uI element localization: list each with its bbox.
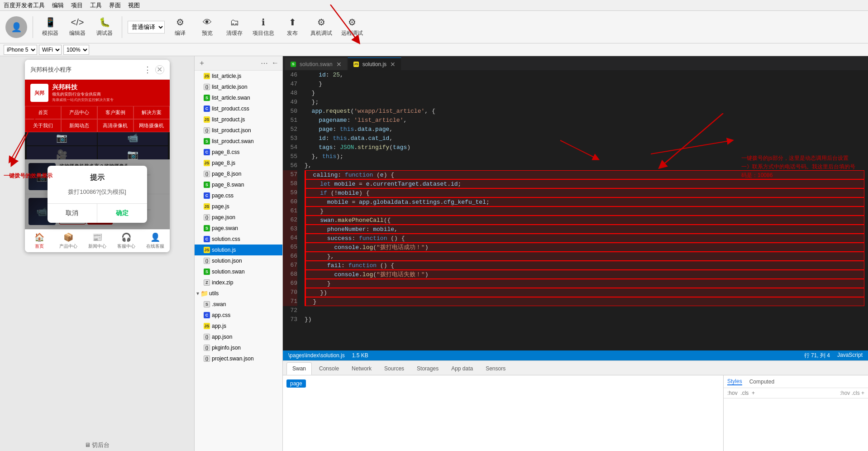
realtest-button[interactable]: ⚙ 真机调试	[308, 13, 335, 42]
tab-solution-js[interactable]: JS solution.js ✕	[348, 58, 401, 70]
menu-project[interactable]: 项目	[71, 1, 83, 10]
nav-cases[interactable]: 客户案例	[97, 106, 134, 119]
devtools-tab-sources[interactable]: Sources	[379, 362, 410, 375]
nav-products[interactable]: 产品中心	[61, 106, 97, 119]
file-item-solution-js[interactable]: JS solution.js	[195, 245, 282, 255]
file-item-pkginfo-json[interactable]: {} pkginfo.json	[195, 342, 282, 353]
main-area: 兴邦科技小程序 ⋮ ✕ 兴邦 兴邦科技 领先的安防行业专业供应商 海康威视一站式…	[0, 56, 868, 451]
devtools-tab-storages[interactable]: Storages	[411, 362, 444, 375]
file-item-page-swan[interactable]: S page.swan	[195, 223, 282, 234]
file-item-app-js[interactable]: JS app.js	[195, 321, 282, 331]
file-item-swan[interactable]: S .swan	[195, 299, 282, 310]
file-item-project-swan-json[interactable]: {} project.swan.json	[195, 353, 282, 364]
nav-home[interactable]: 首页	[25, 106, 61, 119]
devtools-page-item[interactable]: page	[286, 379, 306, 388]
line-num-57: 57	[283, 170, 297, 179]
file-item-list-article-json[interactable]: {} list_article.json	[195, 82, 282, 92]
file-item-solution-css[interactable]: C solution.css	[195, 234, 282, 245]
devtools-panel: Swan Console Network Sources Storages Ap…	[283, 360, 868, 451]
nav-news[interactable]: 新闻动态	[61, 119, 97, 132]
file-item-utils-folder[interactable]: 📁 utils	[195, 288, 282, 299]
menu-tools[interactable]: 工具	[90, 1, 102, 10]
code-line-73: })	[305, 315, 864, 324]
code-area[interactable]: 46 47 48 49 50 51 52 53 54 55 56 57 58 5…	[283, 71, 868, 350]
menu-view[interactable]: 视图	[128, 1, 140, 10]
compile-select[interactable]: 普通编译	[128, 21, 165, 34]
menu-interface[interactable]: 界面	[109, 1, 121, 10]
file-item-list-article-js[interactable]: JS list_article.js	[195, 71, 282, 82]
file-item-solution-json[interactable]: {} solution.json	[195, 255, 282, 266]
file-name: page.js	[212, 203, 229, 210]
devtools-tab-console[interactable]: Console	[314, 362, 344, 375]
file-item-page-css[interactable]: C page.css	[195, 190, 282, 201]
tab-solution-swan[interactable]: S solution.swan ✕	[285, 58, 348, 70]
json-icon: {}	[204, 258, 210, 264]
file-item-page8-json[interactable]: {} page_8.json	[195, 168, 282, 179]
bottom-nav-home[interactable]: 🏠 首页	[25, 230, 54, 252]
js-icon: JS	[204, 73, 210, 79]
file-item-page8-css[interactable]: C page_8.css	[195, 147, 282, 158]
file-tree-add-icon[interactable]: ＋	[198, 58, 205, 68]
code-content[interactable]: id: 25, } } }; app.request('wxapp/list_a…	[301, 71, 868, 350]
avatar[interactable]: 👤	[5, 16, 27, 38]
compile-button[interactable]: ⚙ 编译	[168, 13, 192, 42]
file-item-list-product-swan[interactable]: S list_product.swan	[195, 136, 282, 147]
json-icon: {}	[204, 171, 210, 177]
nav-recorder[interactable]: 高清录像机	[97, 119, 134, 132]
bottom-nav-news[interactable]: 📰 新闻中心	[83, 230, 112, 252]
file-item-page-js[interactable]: JS page.js	[195, 201, 282, 212]
network-select[interactable]: WiFi	[39, 45, 62, 55]
bottom-nav-service[interactable]: 🎧 客服中心	[112, 230, 141, 252]
menu-edit[interactable]: 编辑	[52, 1, 64, 10]
file-item-list-product-json[interactable]: {} list_product.json	[195, 125, 282, 136]
file-item-list-product-js[interactable]: JS list_product.js	[195, 114, 282, 125]
devtools-tab-sensors[interactable]: Sensors	[480, 362, 511, 375]
projectinfo-button[interactable]: ℹ 项目信息	[250, 13, 277, 42]
phone-menu-icon[interactable]: ⋮	[143, 65, 152, 75]
debugger-button[interactable]: 🐛 调试器	[93, 13, 116, 42]
styles-tab-computed[interactable]: Computed	[749, 379, 774, 385]
preview-button[interactable]: 👁 预览	[196, 13, 219, 42]
dialog-cancel-button[interactable]: 取消	[48, 204, 98, 223]
devtools-tabs: Swan Console Network Sources Storages Ap…	[283, 361, 868, 375]
file-tree-more-icon[interactable]: ⋯	[261, 59, 268, 67]
file-item-index-zip[interactable]: Z index.zip	[195, 277, 282, 288]
phone-close-icon[interactable]: ✕	[155, 65, 164, 74]
zoom-select[interactable]: 100%	[63, 45, 89, 55]
switch-to-backend[interactable]: 🖥 切后台	[0, 441, 194, 449]
file-item-app-css[interactable]: C app.css	[195, 310, 282, 321]
styles-tab-styles[interactable]: Styles	[727, 378, 742, 385]
clearstorage-button[interactable]: 🗂 清缓存	[223, 13, 246, 42]
line-num-48: 48	[283, 89, 297, 98]
nav-about[interactable]: 关于我们	[25, 119, 61, 132]
publish-button[interactable]: ⬆ 发布	[281, 13, 304, 42]
simulator-button[interactable]: 📱 模拟器	[38, 13, 62, 42]
file-item-page-json[interactable]: {} page.json	[195, 212, 282, 223]
toolbar: 👤 📱 模拟器 </> 编辑器 🐛 调试器 普通编译 ⚙ 编译 👁 预览 🗂 清…	[0, 11, 868, 43]
bottom-nav-products[interactable]: 📦 产品中心	[54, 230, 83, 252]
dialog-confirm-button[interactable]: 确定	[97, 204, 147, 223]
code-line-71: }	[305, 297, 864, 306]
file-item-list-article-swan[interactable]: S list_article.swan	[195, 92, 282, 103]
file-item-list-product-css[interactable]: C list_product.css	[195, 103, 282, 114]
line-num-71: 71	[283, 297, 297, 306]
line-num-60: 60	[283, 197, 297, 206]
file-item-page8-js[interactable]: JS page_8.js	[195, 158, 282, 168]
file-item-page8-swan[interactable]: S page_8.swan	[195, 179, 282, 190]
editor-button[interactable]: </> 编辑器	[66, 13, 89, 42]
nav-camera[interactable]: 网络摄像机	[134, 119, 170, 132]
file-tree-back-icon[interactable]: ←	[272, 59, 279, 67]
remote-button[interactable]: ⚙ 远程调试	[339, 13, 366, 42]
devtools-tab-network[interactable]: Network	[346, 362, 377, 375]
tab-js-close[interactable]: ✕	[390, 61, 396, 68]
device-select[interactable]: iPhone 5	[4, 45, 37, 55]
devtools-tab-appdata[interactable]: App data	[446, 362, 478, 375]
styles-filter-input[interactable]	[727, 390, 838, 396]
bottom-nav-online[interactable]: 👤 在线客服	[141, 230, 170, 252]
menu-baidu-dev-tools[interactable]: 百度开发者工具	[4, 1, 45, 10]
tab-swan-close[interactable]: ✕	[336, 61, 342, 68]
devtools-tab-swan[interactable]: Swan	[286, 362, 312, 375]
file-item-app-json[interactable]: {} app.json	[195, 331, 282, 342]
nav-solutions[interactable]: 解决方案	[134, 106, 170, 119]
file-item-solution-swan[interactable]: S solution.swan	[195, 266, 282, 277]
